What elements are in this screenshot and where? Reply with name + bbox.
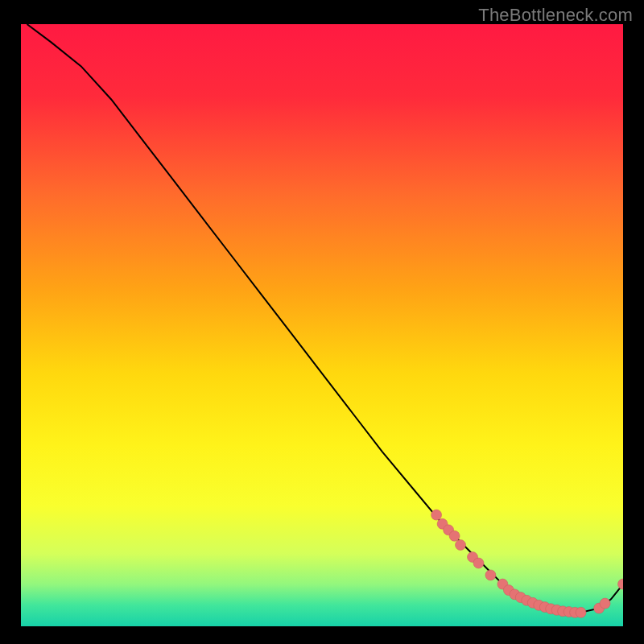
data-marker [449, 530, 460, 541]
data-marker [473, 558, 484, 568]
data-marker [600, 598, 610, 609]
plot-area [21, 24, 623, 626]
data-marker [485, 570, 496, 580]
data-marker [576, 607, 586, 617]
chart-frame: TheBottleneck.com [0, 0, 644, 644]
chart-svg [21, 24, 623, 626]
data-marker [431, 510, 442, 520]
data-marker [456, 540, 466, 551]
watermark-text: TheBottleneck.com [478, 5, 633, 26]
gradient-background [21, 24, 623, 626]
